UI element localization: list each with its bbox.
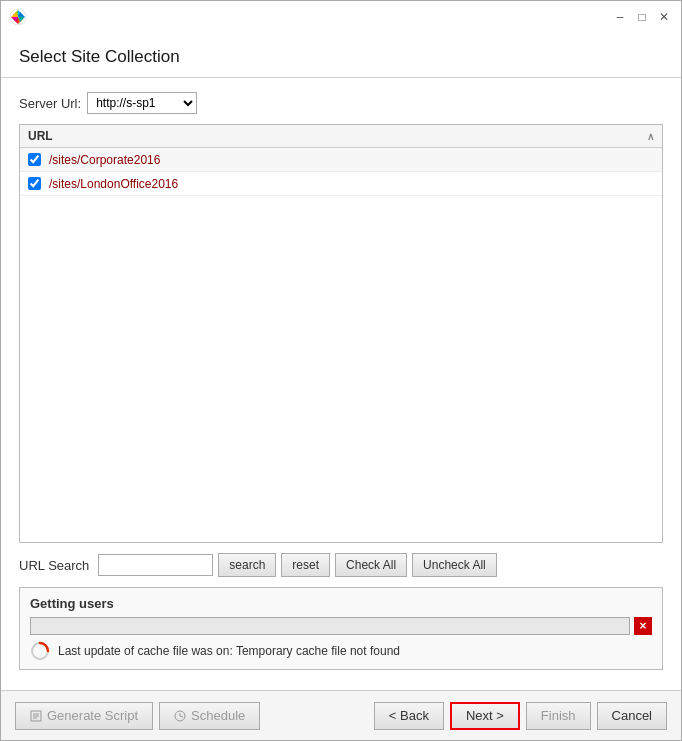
- title-bar-controls: – □ ✕: [611, 8, 673, 26]
- schedule-label: Schedule: [191, 708, 245, 723]
- generate-script-label: Generate Script: [47, 708, 138, 723]
- main-area: Server Url: http://s-sp1 URL ∧ /sites/Co…: [1, 78, 681, 690]
- schedule-button[interactable]: Schedule: [159, 702, 260, 730]
- close-button[interactable]: ✕: [655, 8, 673, 26]
- schedule-icon: [174, 710, 186, 722]
- info-text: Last update of cache file was on: Tempor…: [58, 644, 400, 658]
- check-all-button[interactable]: Check All: [335, 553, 407, 577]
- finish-button[interactable]: Finish: [526, 702, 591, 730]
- server-url-select[interactable]: http://s-sp1: [87, 92, 197, 114]
- close-progress-button[interactable]: ×: [634, 617, 652, 635]
- sort-arrow-icon[interactable]: ∧: [647, 131, 654, 142]
- row-checkbox-1[interactable]: [28, 153, 41, 166]
- main-window: – □ ✕ Select Site Collection Server Url:…: [0, 0, 682, 741]
- footer-right: < Back Next > Finish Cancel: [374, 702, 667, 730]
- url-table: URL ∧ /sites/Corporate2016 /sites/London…: [19, 124, 663, 543]
- maximize-button[interactable]: □: [633, 8, 651, 26]
- window-content: Select Site Collection Server Url: http:…: [1, 33, 681, 740]
- table-row: /sites/Corporate2016: [20, 148, 662, 172]
- generate-script-icon: [30, 710, 42, 722]
- search-button[interactable]: search: [218, 553, 276, 577]
- url-column-header: URL: [28, 129, 53, 143]
- url-search-label: URL Search: [19, 558, 89, 573]
- progress-bar: [30, 617, 630, 635]
- minimize-button[interactable]: –: [611, 8, 629, 26]
- svg-line-9: [180, 716, 183, 717]
- footer: Generate Script Schedule < Back Next > F…: [1, 690, 681, 740]
- reset-button[interactable]: reset: [281, 553, 330, 577]
- page-title: Select Site Collection: [1, 33, 681, 78]
- app-icon: [9, 8, 27, 26]
- info-row: Last update of cache file was on: Tempor…: [30, 641, 652, 661]
- getting-users-section: Getting users × Last update of cache fil…: [19, 587, 663, 670]
- spinner-icon: [30, 641, 50, 661]
- cancel-button[interactable]: Cancel: [597, 702, 667, 730]
- footer-left: Generate Script Schedule: [15, 702, 260, 730]
- url-text-2: /sites/LondonOffice2016: [49, 177, 178, 191]
- url-table-header: URL ∧: [20, 125, 662, 148]
- generate-script-button[interactable]: Generate Script: [15, 702, 153, 730]
- uncheck-all-button[interactable]: Uncheck All: [412, 553, 497, 577]
- table-row: /sites/LondonOffice2016: [20, 172, 662, 196]
- title-bar: – □ ✕: [1, 1, 681, 33]
- search-input[interactable]: [98, 554, 213, 576]
- search-row: URL Search search reset Check All Unchec…: [19, 553, 663, 577]
- url-text-1: /sites/Corporate2016: [49, 153, 160, 167]
- next-button[interactable]: Next >: [450, 702, 520, 730]
- row-checkbox-2[interactable]: [28, 177, 41, 190]
- title-bar-left: [9, 8, 27, 26]
- progress-row: ×: [30, 617, 652, 635]
- server-label: Server Url:: [19, 96, 81, 111]
- server-row: Server Url: http://s-sp1: [19, 92, 663, 114]
- getting-users-title: Getting users: [30, 596, 652, 611]
- back-button[interactable]: < Back: [374, 702, 444, 730]
